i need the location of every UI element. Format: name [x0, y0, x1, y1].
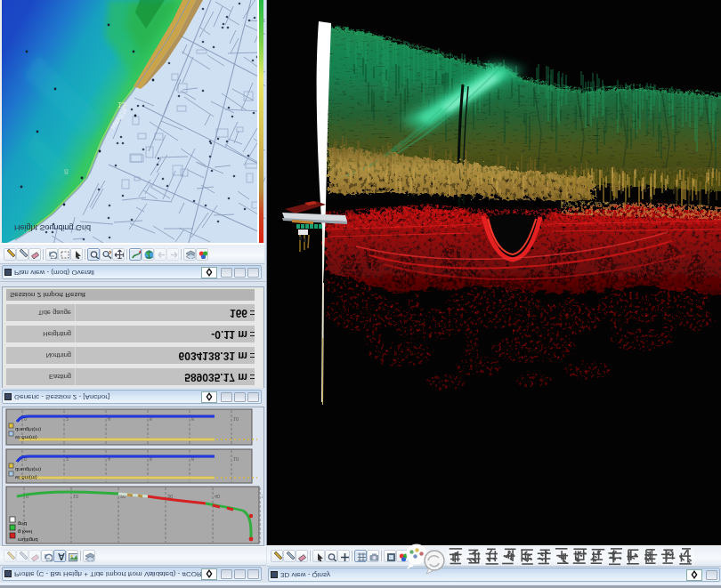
- svg-text:10: 10: [73, 494, 78, 499]
- svg-text:wl 8m(m): wl 8m(m): [14, 475, 37, 480]
- svg-text:grid: grid: [18, 521, 27, 527]
- svg-text:A: A: [58, 552, 65, 561]
- svg-text:8: 8: [64, 167, 69, 176]
- svg-text:Height Sounding Grid: Height Sounding Grid: [14, 223, 91, 232]
- svg-text:10: 10: [233, 456, 239, 462]
- svg-text:draught(m): draught(m): [15, 467, 41, 472]
- svg-text:10: 10: [233, 416, 239, 422]
- svg-text:multigrid: multigrid: [18, 537, 38, 543]
- svg-text:40: 40: [215, 494, 220, 499]
- svg-text:g.keel: g.keel: [18, 529, 32, 535]
- svg-text:wl 8m(m): wl 8m(m): [14, 435, 37, 440]
- svg-text:50: 50: [262, 494, 263, 499]
- svg-text:draught(m): draught(m): [15, 427, 41, 432]
